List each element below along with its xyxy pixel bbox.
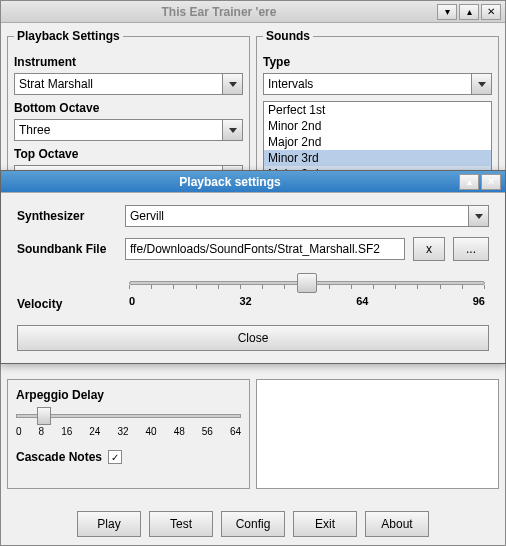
bottom-octave-label: Bottom Octave bbox=[14, 101, 243, 115]
minimize-button[interactable]: ▾ bbox=[437, 4, 457, 20]
synth-combo[interactable] bbox=[125, 205, 489, 227]
chevron-down-icon bbox=[478, 82, 486, 87]
bottom-octave-arrow[interactable] bbox=[223, 119, 243, 141]
chevron-down-icon bbox=[229, 128, 237, 133]
soundbank-row: Soundbank File x ... bbox=[17, 237, 489, 261]
playback-settings-fieldset: Playback Settings Instrument Bottom Octa… bbox=[7, 29, 250, 180]
dialog-close-button[interactable]: ✕ bbox=[481, 174, 501, 190]
button-bar: Play Test Config Exit About bbox=[1, 511, 505, 537]
main-titlebar: This Ear Trainer 'ere ▾ ▴ ✕ bbox=[1, 1, 505, 23]
soundbank-label: Soundbank File bbox=[17, 242, 117, 256]
velocity-thumb[interactable] bbox=[297, 273, 317, 293]
main-title: This Ear Trainer 'ere bbox=[1, 5, 437, 19]
velocity-row: Velocity 0 32 64 96 bbox=[17, 271, 489, 311]
list-item[interactable]: Major 2nd bbox=[264, 134, 491, 150]
chevron-down-icon bbox=[475, 214, 483, 219]
arpeggio-label: Arpeggio Delay bbox=[16, 388, 241, 402]
chevron-down-icon bbox=[229, 82, 237, 87]
synth-input[interactable] bbox=[125, 205, 469, 227]
test-button[interactable]: Test bbox=[149, 511, 213, 537]
soundbank-browse-button[interactable]: ... bbox=[453, 237, 489, 261]
playback-settings-legend: Playback Settings bbox=[14, 29, 123, 43]
bottom-octave-input[interactable] bbox=[14, 119, 223, 141]
soundbank-input[interactable] bbox=[125, 238, 405, 260]
sounds-legend: Sounds bbox=[263, 29, 313, 43]
type-input[interactable] bbox=[263, 73, 472, 95]
type-label: Type bbox=[263, 55, 492, 69]
cascade-row: Cascade Notes ✓ bbox=[16, 450, 241, 464]
playback-dialog: Playback settings ▴ ✕ Synthesizer Soundb… bbox=[0, 170, 506, 364]
arpeggio-panel: Arpeggio Delay 0 8 16 24 32 40 48 56 64 … bbox=[7, 379, 250, 489]
blank-panel bbox=[256, 379, 499, 489]
dialog-body: Synthesizer Soundbank File x ... Velocit… bbox=[1, 193, 505, 363]
velocity-label: Velocity bbox=[17, 297, 117, 311]
config-button[interactable]: Config bbox=[221, 511, 285, 537]
dialog-controls: ▴ ✕ bbox=[459, 174, 505, 190]
dialog-maximize-button[interactable]: ▴ bbox=[459, 174, 479, 190]
instrument-combo[interactable] bbox=[14, 73, 243, 95]
play-button[interactable]: Play bbox=[77, 511, 141, 537]
cascade-label: Cascade Notes bbox=[16, 450, 102, 464]
about-button[interactable]: About bbox=[365, 511, 429, 537]
synth-label: Synthesizer bbox=[17, 209, 117, 223]
dialog-titlebar: Playback settings ▴ ✕ bbox=[1, 171, 505, 193]
list-item[interactable]: Perfect 1st bbox=[264, 102, 491, 118]
list-item[interactable]: Minor 2nd bbox=[264, 118, 491, 134]
bottom-octave-combo[interactable] bbox=[14, 119, 243, 141]
arpeggio-slider[interactable]: 0 8 16 24 32 40 48 56 64 bbox=[16, 408, 241, 444]
instrument-input[interactable] bbox=[14, 73, 223, 95]
top-octave-label: Top Octave bbox=[14, 147, 243, 161]
type-combo[interactable] bbox=[263, 73, 492, 95]
bottom-panels: Arpeggio Delay 0 8 16 24 32 40 48 56 64 … bbox=[7, 379, 499, 489]
exit-button[interactable]: Exit bbox=[293, 511, 357, 537]
list-item[interactable]: Minor 3rd bbox=[264, 150, 491, 166]
type-arrow[interactable] bbox=[472, 73, 492, 95]
synth-row: Synthesizer bbox=[17, 205, 489, 227]
synth-arrow[interactable] bbox=[469, 205, 489, 227]
arpeggio-thumb[interactable] bbox=[37, 407, 51, 425]
sounds-fieldset: Sounds Type Perfect 1st Minor 2nd Major … bbox=[256, 29, 499, 191]
velocity-labels: 0 32 64 96 bbox=[129, 295, 485, 307]
instrument-arrow[interactable] bbox=[223, 73, 243, 95]
maximize-button[interactable]: ▴ bbox=[459, 4, 479, 20]
main-window-controls: ▾ ▴ ✕ bbox=[437, 4, 505, 20]
cascade-checkbox[interactable]: ✓ bbox=[108, 450, 122, 464]
dialog-close-btn[interactable]: Close bbox=[17, 325, 489, 351]
velocity-slider[interactable]: 0 32 64 96 bbox=[129, 271, 485, 311]
soundbank-clear-button[interactable]: x bbox=[413, 237, 445, 261]
arpeggio-ticks: 0 8 16 24 32 40 48 56 64 bbox=[16, 426, 241, 437]
close-button[interactable]: ✕ bbox=[481, 4, 501, 20]
dialog-footer: Close bbox=[17, 325, 489, 351]
dialog-title: Playback settings bbox=[1, 175, 459, 189]
instrument-label: Instrument bbox=[14, 55, 243, 69]
